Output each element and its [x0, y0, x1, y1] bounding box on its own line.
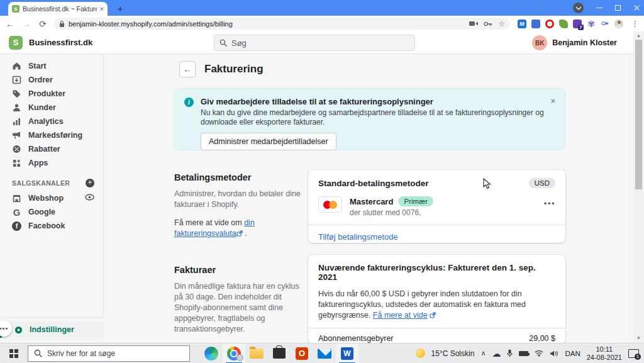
sidebar-item-indstillinger[interactable]: Indstillinger •••: [0, 321, 104, 338]
sidebar-item-google[interactable]: G Google: [0, 205, 103, 219]
sidebar-item-markedsforing[interactable]: Markedsføring: [0, 128, 103, 142]
mail-icon: [318, 349, 331, 359]
weather-sun-icon[interactable]: [416, 349, 425, 358]
search-placeholder: Søg: [231, 38, 247, 48]
tab-close-icon[interactable]: ×: [100, 5, 104, 13]
start-button[interactable]: [0, 343, 28, 363]
taskbar-word-button[interactable]: W: [336, 343, 358, 363]
search-icon: [219, 39, 227, 47]
microphone-icon[interactable]: [507, 349, 513, 357]
url-text: benjamin-kloster.myshopify.com/admin/set…: [69, 20, 465, 28]
payment-learn-more: Få mere at vide om din faktureringsvalut…: [174, 218, 303, 240]
back-icon[interactable]: ←: [5, 19, 15, 29]
taskbar-chrome-button[interactable]: [223, 343, 245, 363]
window-minimize-button[interactable]: [596, 8, 602, 8]
gear-icon: [14, 325, 23, 335]
tray-chevron-icon[interactable]: ∧: [480, 349, 486, 357]
extension-card-icon[interactable]: [531, 20, 540, 28]
page-title: Fakturering: [204, 63, 264, 75]
banner-body: Nu kan du give dine medarbejdere og sama…: [201, 108, 550, 127]
orders-icon: [12, 75, 21, 84]
invoices-section-description: Din månedlige faktura har en cyklus på 3…: [174, 281, 303, 335]
lock-icon: [59, 20, 65, 27]
extension-leaf-icon[interactable]: [559, 20, 568, 28]
chat-widget-button[interactable]: •••: [0, 320, 12, 337]
browser-menu-icon[interactable]: ⋮: [631, 19, 639, 28]
window-maximize-button[interactable]: [615, 5, 621, 11]
onedrive-cloud-icon[interactable]: ☁: [492, 349, 501, 359]
browser-toolbar: ← → ⟳ benjamin-kloster.myshopify.com/adm…: [0, 16, 644, 31]
payment-method-name: Mastercard: [350, 197, 393, 206]
browser-avatar-icon[interactable]: [614, 20, 623, 28]
speaker-icon[interactable]: [550, 350, 558, 357]
password-key-icon[interactable]: [484, 21, 492, 26]
browser-tab[interactable]: S Businessfirst.dk ~ Fakturering ~ S ×: [8, 2, 108, 16]
taskbar-store-button[interactable]: [268, 343, 291, 363]
taskbar-explorer-button[interactable]: [245, 343, 268, 363]
payment-section-description: Administrer, hvordan du betaler dine fak…: [174, 189, 303, 210]
forward-icon[interactable]: →: [21, 19, 31, 29]
extension-ring-icon[interactable]: [545, 20, 554, 28]
chrome-profile-icon[interactable]: [573, 3, 584, 13]
sidebar-item-ordrer[interactable]: Ordrer: [0, 73, 103, 87]
address-bar[interactable]: benjamin-kloster.myshopify.com/admin/set…: [54, 18, 510, 30]
learn-more-link[interactable]: Få mere at vide: [373, 311, 428, 320]
sidebar-item-facebook[interactable]: f Facebook: [0, 219, 103, 233]
clock[interactable]: 10:1124-08-2021: [587, 345, 622, 362]
language-indicator[interactable]: DAN: [565, 350, 580, 357]
sidebar-item-apps[interactable]: Apps: [0, 156, 103, 170]
extensions-puzzle-icon[interactable]: ⚩: [601, 20, 609, 28]
office-icon: O: [296, 347, 308, 360]
taskbar: Skriv her for at søge O W 15°C Solskin ∧…: [0, 343, 644, 363]
sidebar-item-start[interactable]: Start: [0, 59, 103, 73]
wifi-icon[interactable]: [535, 350, 543, 357]
analytics-icon: [12, 117, 21, 126]
payment-methods-card: Standard-betalingsmetoder USD Mastercard…: [308, 170, 565, 243]
view-webshop-eye-icon[interactable]: [85, 194, 94, 203]
divider: [308, 225, 565, 225]
storefront-icon: [12, 194, 21, 203]
manage-permissions-button[interactable]: Administrer medarbejdertilladelser: [201, 133, 336, 150]
extension-m-icon[interactable]: M: [518, 20, 526, 28]
admin-search-input[interactable]: Søg: [214, 35, 415, 51]
scroll-down-icon[interactable]: ▼: [633, 334, 644, 343]
sidebar-item-produkter[interactable]: Produkter: [0, 87, 103, 101]
sidebar-item-rabatter[interactable]: Rabatter: [0, 142, 103, 156]
sidebar-item-kunder[interactable]: Kunder: [0, 101, 103, 114]
sales-channels-label: SALGSKANALER: [12, 179, 70, 187]
taskbar-mail-button[interactable]: [313, 343, 336, 363]
notification-center-icon[interactable]: 1: [628, 349, 639, 358]
add-channel-icon[interactable]: +: [86, 179, 94, 187]
add-payment-method-link[interactable]: Tilføj betalingsmetode: [318, 232, 555, 242]
fee-value: 29,00 $: [529, 334, 555, 343]
main-content: ← Fakturering i Giv medarbejdere tillade…: [104, 54, 633, 343]
reload-icon[interactable]: ⟳: [38, 19, 48, 29]
extension-flower-icon[interactable]: ✾: [587, 20, 596, 28]
banner-close-icon[interactable]: ×: [550, 96, 555, 106]
taskbar-search-input[interactable]: Skriv her for at søge: [28, 345, 190, 362]
taskbar-edge-button[interactable]: [200, 343, 223, 363]
date: 24-08-2021: [587, 354, 622, 361]
scroll-up-icon[interactable]: ▲: [633, 31, 644, 40]
bookmark-star-icon[interactable]: ☆: [498, 20, 505, 28]
sidebar-item-analytics[interactable]: Analytics: [0, 114, 103, 128]
extension-badge7-icon[interactable]: 7: [573, 20, 582, 28]
tab-capture-icon[interactable]: [469, 21, 478, 26]
page-back-button[interactable]: ←: [179, 61, 196, 77]
weather-text[interactable]: 15°C Solskin: [431, 349, 475, 358]
taskbar-search-placeholder: Skriv her for at søge: [47, 349, 115, 358]
page-scrollbar[interactable]: ▲ ▼: [633, 31, 644, 343]
shopify-topbar: S Businessfirst.dk Søg BK Benjamin Klost…: [0, 31, 633, 54]
shopify-logo[interactable]: S: [9, 36, 23, 50]
sidebar-item-webshop[interactable]: Webshop: [0, 191, 103, 205]
payment-overflow-menu-icon[interactable]: •••: [544, 199, 555, 208]
billing-cycle-body: Hvis du når 60,00 $ USD i gebyrer inden …: [318, 289, 555, 321]
scrollbar-thumb[interactable]: [635, 40, 642, 189]
window-close-button[interactable]: [633, 4, 640, 11]
taskbar-office-button[interactable]: O: [291, 343, 313, 363]
battery-icon[interactable]: [519, 351, 528, 356]
fee-label: Abonnementsgebyrer: [318, 334, 394, 343]
user-menu[interactable]: BK Benjamin Kloster: [532, 35, 617, 50]
external-link-icon: [430, 311, 436, 321]
new-tab-button[interactable]: +: [114, 4, 126, 14]
